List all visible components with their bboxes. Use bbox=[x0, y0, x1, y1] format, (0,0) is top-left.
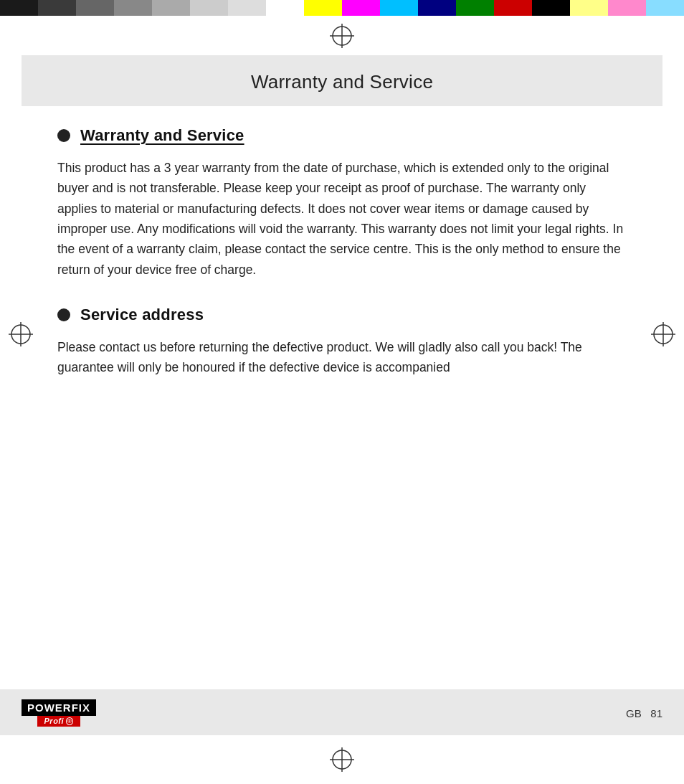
color-segment bbox=[0, 0, 38, 16]
left-reg-mark bbox=[9, 322, 33, 349]
section1-title: Warranty and Service bbox=[80, 126, 244, 145]
bottom-area bbox=[0, 735, 684, 784]
main-content: Warranty and Service This product has a … bbox=[0, 106, 684, 400]
section2-body: Please contact us before returning the d… bbox=[57, 337, 627, 378]
color-segment bbox=[76, 0, 114, 16]
page-number: GB 81 bbox=[626, 707, 662, 719]
section2-heading: Service address bbox=[57, 306, 627, 324]
color-segment bbox=[380, 0, 418, 16]
color-segment bbox=[532, 0, 570, 16]
color-segment bbox=[494, 0, 532, 16]
color-segment bbox=[266, 0, 304, 16]
color-segment bbox=[304, 0, 342, 16]
footer-band: POWERFIX Profi® GB 81 bbox=[0, 689, 684, 735]
color-segment bbox=[38, 0, 76, 16]
section1-heading: Warranty and Service bbox=[57, 126, 627, 145]
color-segment bbox=[114, 0, 152, 16]
logo-profi-text: Profi® bbox=[37, 716, 81, 727]
color-segment bbox=[228, 0, 266, 16]
header-title: Warranty and Service bbox=[251, 71, 433, 93]
color-segment bbox=[190, 0, 228, 16]
section2: Service address Please contact us before… bbox=[57, 306, 627, 378]
section2-title: Service address bbox=[80, 306, 204, 324]
logo-powerfix-text: POWERFIX bbox=[22, 699, 96, 716]
color-segment bbox=[152, 0, 190, 16]
right-reg-mark bbox=[651, 322, 675, 349]
color-bar bbox=[0, 0, 684, 16]
color-segment bbox=[456, 0, 494, 16]
color-segment bbox=[418, 0, 456, 16]
section1-bullet bbox=[57, 129, 70, 142]
color-segment bbox=[342, 0, 380, 16]
section2-bullet bbox=[57, 308, 70, 321]
color-segment bbox=[570, 0, 608, 16]
top-crosshair-icon bbox=[330, 24, 354, 48]
top-crosshair-area bbox=[0, 16, 684, 55]
bottom-crosshair-icon bbox=[330, 747, 354, 772]
color-segment bbox=[608, 0, 646, 16]
header-band: Warranty and Service bbox=[22, 55, 662, 106]
color-segment bbox=[646, 0, 684, 16]
section1-body: This product has a 3 year warranty from … bbox=[57, 158, 627, 280]
brand-logo: POWERFIX Profi® bbox=[22, 699, 96, 727]
